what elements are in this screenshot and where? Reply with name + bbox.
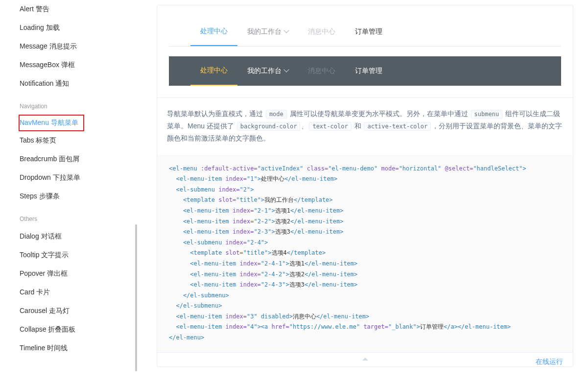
chevron-down-icon <box>283 67 289 72</box>
menu-light-item-msgcenter: 消息中心 <box>298 17 345 46</box>
code-bgcolor: background-color <box>237 122 301 131</box>
menu-dark-item-workspace-label: 我的工作台 <box>247 67 282 75</box>
menu-light-item-orders[interactable]: 订单管理 <box>345 17 392 46</box>
sidebar-item-navmenu[interactable]: NavMenu 导航菜单 <box>20 119 78 127</box>
sidebar-item-dialog[interactable]: Dialog 对话框 <box>20 227 137 246</box>
sidebar-item-timeline[interactable]: Timeline 时间线 <box>20 339 137 358</box>
sidebar-item-notification[interactable]: Notification 通知 <box>20 74 137 93</box>
code-sample: <el-menu :default-active="activeIndex" c… <box>157 155 573 352</box>
sidebar-item-alert[interactable]: Alert 警告 <box>20 0 137 19</box>
demo-menu-dark: 处理中心 我的工作台 消息中心 订单管理 <box>169 56 561 86</box>
demo-menu-light: 处理中心 我的工作台 消息中心 订单管理 <box>169 17 561 47</box>
sidebar-group-others: Others <box>20 216 137 222</box>
menu-light-item-workspace-label: 我的工作台 <box>247 27 282 36</box>
sidebar: Alert 警告 Loading 加载 Message 消息提示 Message… <box>0 0 137 386</box>
code-mode: mode <box>266 110 287 119</box>
code-textcolor: text-color <box>309 122 351 131</box>
desc-text: 属性可以使导航菜单变更为水平模式。另外，在菜单中通过 <box>288 110 470 118</box>
caret-up-icon[interactable] <box>362 358 368 361</box>
menu-dark-item-process[interactable]: 处理中心 <box>190 56 237 86</box>
menu-dark-item-workspace[interactable]: 我的工作台 <box>237 56 298 86</box>
sidebar-item-message[interactable]: Message 消息提示 <box>20 37 137 56</box>
desc-text: 导航菜单默认为垂直模式，通过 <box>167 110 265 118</box>
sidebar-item-loading[interactable]: Loading 加载 <box>20 19 137 37</box>
code-activecolor: active-text-color <box>364 122 431 131</box>
demo-footer: 在线运行 <box>157 352 573 366</box>
sidebar-item-tooltip[interactable]: Tooltip 文字提示 <box>20 246 137 265</box>
desc-text: 、 <box>301 122 308 130</box>
description: 导航菜单默认为垂直模式，通过 mode 属性可以使导航菜单变更为水平模式。另外，… <box>157 97 573 155</box>
sidebar-item-popover[interactable]: Popover 弹出框 <box>20 265 137 283</box>
sidebar-item-breadcrumb[interactable]: Breadcrumb 面包屑 <box>20 150 137 169</box>
sidebar-item-collapse[interactable]: Collapse 折叠面板 <box>20 320 137 339</box>
code-submenu: submenu <box>471 110 503 119</box>
menu-dark-item-msgcenter: 消息中心 <box>298 56 345 86</box>
desc-text: 和 <box>353 122 363 130</box>
demo-block: 处理中心 我的工作台 消息中心 订单管理 处理中心 我的工作台 消息中心 订单管… <box>157 5 573 367</box>
sidebar-item-dropdown[interactable]: Dropdown 下拉菜单 <box>20 169 137 187</box>
menu-light-item-process[interactable]: 处理中心 <box>190 17 237 46</box>
run-online-link[interactable]: 在线运行 <box>536 358 563 365</box>
main-content: 处理中心 我的工作台 消息中心 订单管理 处理中心 我的工作台 消息中心 订单管… <box>137 0 588 386</box>
sidebar-item-card[interactable]: Card 卡片 <box>20 283 137 302</box>
sidebar-item-tabs[interactable]: Tabs 标签页 <box>20 131 137 150</box>
sidebar-item-carousel[interactable]: Carousel 走马灯 <box>20 302 137 320</box>
menu-dark-item-orders[interactable]: 订单管理 <box>345 56 392 86</box>
sidebar-item-messagebox[interactable]: MessageBox 弹框 <box>20 56 137 74</box>
menu-light-item-workspace[interactable]: 我的工作台 <box>237 17 298 46</box>
sidebar-item-steps[interactable]: Steps 步骤条 <box>20 187 137 206</box>
chevron-down-icon <box>283 27 289 33</box>
sidebar-group-navigation: Navigation <box>20 103 137 110</box>
